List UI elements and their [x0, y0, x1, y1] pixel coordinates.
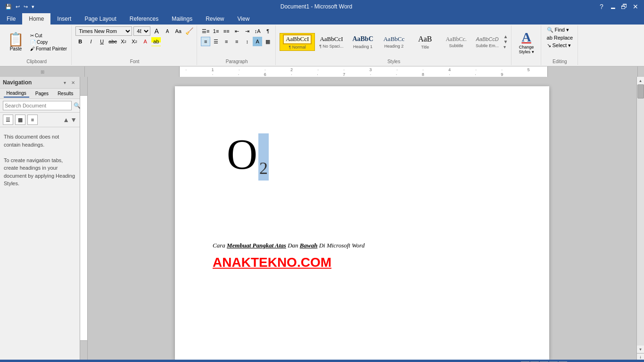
nav-controls: ▾ ✕	[61, 79, 77, 86]
styles-scroll[interactable]: ▲ ▼ ▾	[504, 34, 508, 49]
document-area[interactable]: O 2 Cara Membuat Pangkat Atas Dan Bawah …	[88, 77, 636, 360]
tab-review[interactable]: Review	[199, 13, 231, 25]
italic-button[interactable]: I	[86, 37, 96, 46]
navigation-pane: Navigation ▾ ✕ Headings Pages Results 🔍 …	[0, 77, 80, 360]
minimize-button[interactable]: 🗕	[608, 2, 618, 11]
help-icon[interactable]: ?	[597, 2, 606, 11]
style-title-label: Title	[421, 45, 429, 49]
superscript-button[interactable]: X2	[130, 37, 139, 46]
copy-button[interactable]: 📄 Copy	[29, 39, 68, 45]
copy-label: Copy	[37, 40, 48, 45]
font-name-select[interactable]: Times New Rom	[75, 26, 132, 36]
save-icon[interactable]: 💾	[4, 3, 13, 11]
line-spacing-button[interactable]: ↕	[242, 37, 252, 46]
nav-sort-up[interactable]: ▲	[63, 116, 69, 123]
styles-down-arrow[interactable]: ▼	[504, 39, 508, 44]
nav-close-button[interactable]: ✕	[69, 79, 77, 86]
select-button[interactable]: ↘ Select ▾	[545, 42, 575, 49]
find-button[interactable]: 🔍 Find ▾	[545, 26, 575, 33]
para-row-1: ☰≡ 1≡ ≡≡ ⇤ ⇥ ↕A ¶	[201, 26, 272, 36]
style-title[interactable]: AaB Title	[410, 33, 440, 51]
subscript-button[interactable]: X2	[119, 37, 128, 46]
right-scrollbar[interactable]: ▲ ▼ ↓	[636, 77, 644, 360]
increase-indent-button[interactable]: ⇥	[242, 26, 252, 36]
window-title: Document1 - Microsoft Word	[36, 3, 597, 10]
red-link[interactable]: ANAKTEKNO.COM	[213, 255, 512, 270]
nav-tab-pages[interactable]: Pages	[33, 90, 51, 97]
replace-button[interactable]: ab Replace	[545, 34, 575, 41]
shrink-font-button[interactable]: A	[163, 26, 172, 36]
numbering-button[interactable]: 1≡	[211, 26, 221, 36]
style-subtitle[interactable]: AaBbCc. Subtitle	[441, 34, 471, 50]
nav-search-icon[interactable]: 🔍	[74, 102, 81, 109]
font-color-button[interactable]: A	[140, 37, 150, 46]
style-heading2[interactable]: AaBbCc Heading 2	[379, 34, 409, 50]
redo-icon[interactable]: ↪	[22, 3, 29, 11]
copy-icon: 📄	[30, 40, 36, 45]
grow-font-button[interactable]: A	[152, 26, 161, 36]
main-area: Navigation ▾ ✕ Headings Pages Results 🔍 …	[0, 77, 644, 360]
scroll-track[interactable]	[637, 84, 644, 346]
style-nospacing[interactable]: AaBbCcI ¶ No Spaci...	[316, 34, 347, 50]
change-styles-group: A ChangeStyles ▾	[512, 25, 541, 65]
nav-sort-down[interactable]: ▼	[70, 116, 77, 123]
scroll-next-page-button[interactable]: ↓	[637, 353, 644, 360]
tab-references[interactable]: References	[123, 13, 165, 25]
nav-options-button[interactable]: ▾	[61, 79, 68, 86]
underline-button[interactable]: U	[97, 37, 107, 46]
format-painter-button[interactable]: 🖌 Format Painter	[29, 46, 68, 52]
align-right-button[interactable]: ≡	[222, 37, 231, 46]
style-normal[interactable]: AaBbCcI ¶ Normal	[280, 33, 315, 51]
change-case-button[interactable]: Aa	[173, 26, 183, 36]
style-subtleemph[interactable]: AaBbCcD Subtle Em...	[472, 34, 503, 49]
shading-button[interactable]: A	[253, 37, 262, 46]
styles-more-arrow[interactable]: ▾	[504, 44, 508, 49]
window-controls: ? 🗕 🗗 ✕	[597, 2, 640, 11]
tab-file[interactable]: File	[0, 13, 22, 25]
styles-up-arrow[interactable]: ▲	[504, 34, 508, 39]
o-letter: O	[227, 133, 257, 176]
ruler: ⊞ · 1 · · 2 · · 3 · · 4 · · 5 · · 6 · · …	[0, 66, 644, 77]
sort-button[interactable]: ↕A	[253, 26, 262, 36]
strikethrough-button[interactable]: abc	[108, 37, 117, 46]
change-styles-content: A ChangeStyles ▾	[515, 26, 538, 64]
customize-icon[interactable]: ▾	[30, 3, 36, 11]
font-size-select[interactable]: 48	[133, 26, 150, 36]
align-center-button[interactable]: ☰	[211, 37, 221, 46]
show-hide-button[interactable]: ¶	[263, 26, 272, 36]
tab-home[interactable]: Home	[22, 13, 50, 25]
borders-button[interactable]: ▦	[263, 37, 272, 46]
paragraph-group: ☰≡ 1≡ ≡≡ ⇤ ⇥ ↕A ¶ ≡ ☰ ≡ ≡ ↕ A	[198, 25, 276, 65]
bold-button[interactable]: B	[75, 37, 85, 46]
subscript-2: 2	[259, 159, 268, 178]
tab-insert[interactable]: Insert	[50, 13, 78, 25]
align-left-button[interactable]: ≡	[201, 37, 210, 46]
font-controls: Times New Rom 48 A A Aa 🧹 B I U	[75, 26, 194, 53]
nav-view-grid[interactable]: ▦	[15, 115, 25, 125]
nav-tab-results[interactable]: Results	[55, 90, 76, 97]
scroll-thumb[interactable]	[637, 84, 644, 99]
justify-button[interactable]: ≡	[232, 37, 241, 46]
nav-tab-headings[interactable]: Headings	[4, 90, 29, 98]
decrease-indent-button[interactable]: ⇤	[232, 26, 241, 36]
tab-view[interactable]: View	[231, 13, 256, 25]
change-styles-button[interactable]: A ChangeStyles ▾	[515, 28, 538, 56]
nav-view-list[interactable]: ☰	[3, 115, 13, 125]
multilevel-button[interactable]: ≡≡	[222, 26, 231, 36]
undo-icon[interactable]: ↩	[14, 3, 21, 11]
style-heading1[interactable]: AaBbC Heading 1	[348, 33, 378, 50]
tab-page-layout[interactable]: Page Layout	[78, 13, 123, 25]
cut-button[interactable]: ✂ Cut	[29, 33, 68, 39]
tab-mailings[interactable]: Mailings	[165, 13, 199, 25]
close-button[interactable]: ✕	[631, 2, 640, 11]
nav-view-outline[interactable]: ≡	[27, 115, 38, 125]
clear-format-button[interactable]: 🧹	[184, 26, 194, 36]
restore-button[interactable]: 🗗	[619, 2, 629, 11]
paste-button[interactable]: 📋 Paste	[5, 31, 27, 53]
ruler-side-icon[interactable]: ⊞	[41, 69, 44, 74]
scroll-up-button[interactable]: ▲	[637, 77, 644, 84]
highlight-button[interactable]: ab	[151, 37, 161, 46]
scroll-down-button[interactable]: ▼	[637, 346, 644, 353]
bullets-button[interactable]: ☰≡	[201, 26, 210, 36]
nav-search-input[interactable]	[3, 101, 72, 110]
